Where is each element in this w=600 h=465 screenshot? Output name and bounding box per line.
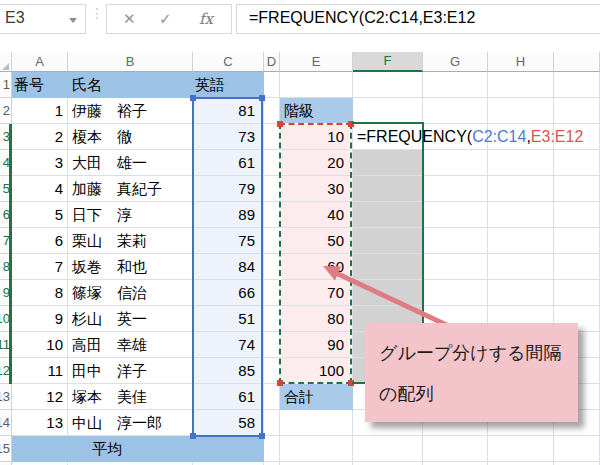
cell-E6[interactable]: 40 (280, 202, 353, 228)
cell-D3[interactable] (264, 124, 280, 150)
cancel-icon[interactable]: ✕ (123, 10, 136, 28)
cell-A7[interactable]: 6 (12, 228, 68, 254)
cell-A4[interactable]: 3 (12, 150, 68, 176)
cell-C11[interactable]: 74 (193, 332, 264, 358)
cell-A1[interactable]: 番号 (12, 72, 68, 98)
cell-D6[interactable] (264, 202, 280, 228)
cell-A6[interactable]: 5 (12, 202, 68, 228)
cell-X15[interactable] (554, 436, 600, 462)
column-header-E[interactable]: E (280, 52, 353, 72)
select-all-corner[interactable] (0, 52, 12, 72)
cell-E7[interactable]: 50 (280, 228, 353, 254)
cell-H8[interactable] (488, 254, 554, 280)
cell-A12[interactable]: 11 (12, 358, 68, 384)
cell-F1[interactable] (353, 72, 423, 98)
cell-E4[interactable]: 20 (280, 150, 353, 176)
column-header-extra[interactable] (554, 52, 600, 72)
cell-C2[interactable]: 81 (193, 98, 264, 124)
cell-F7[interactable] (353, 228, 423, 254)
cell-F4[interactable] (353, 150, 423, 176)
cell-C13[interactable]: 61 (193, 384, 264, 410)
cell-X5[interactable] (554, 176, 600, 202)
cell-X6[interactable] (554, 202, 600, 228)
column-header-A[interactable]: A (12, 52, 68, 72)
row-header-13[interactable]: 13 (0, 384, 12, 410)
cell-E5[interactable]: 30 (280, 176, 353, 202)
cell-C3[interactable]: 73 (193, 124, 264, 150)
cell-F5[interactable] (353, 176, 423, 202)
column-header-D[interactable]: D (264, 52, 280, 72)
cell-C7[interactable]: 75 (193, 228, 264, 254)
cell-H6[interactable] (488, 202, 554, 228)
cell-E10[interactable]: 80 (280, 306, 353, 332)
cell-C15[interactable] (193, 436, 264, 462)
cell-H4[interactable] (488, 150, 554, 176)
cell-B14[interactable]: 中山 淳一郎 (68, 410, 193, 436)
cell-G9[interactable] (423, 280, 488, 306)
cell-E3[interactable]: 10 (280, 124, 353, 150)
row-header-14[interactable]: 14 (0, 410, 12, 436)
cell-E1[interactable] (280, 72, 353, 98)
column-header-C[interactable]: C (193, 52, 264, 72)
row-header-2[interactable]: 2 (0, 98, 12, 124)
cell-E14[interactable] (280, 410, 353, 436)
cell-B6[interactable]: 日下 淳 (68, 202, 193, 228)
cell-A2[interactable]: 1 (12, 98, 68, 124)
formula-input[interactable]: =FREQUENCY(C2:C14,E3:E12 (236, 4, 600, 34)
cell-A8[interactable]: 7 (12, 254, 68, 280)
cell-G5[interactable] (423, 176, 488, 202)
cell-F6[interactable] (353, 202, 423, 228)
cell-D5[interactable] (264, 176, 280, 202)
name-box[interactable]: E3 (0, 4, 86, 34)
insert-function-icon[interactable]: fx (199, 10, 213, 28)
cell-D11[interactable] (264, 332, 280, 358)
column-header-G[interactable]: G (423, 52, 488, 72)
name-box-dropdown-icon[interactable] (69, 18, 77, 23)
row-header-15[interactable]: 15 (0, 436, 12, 462)
cell-C1[interactable]: 英語 (193, 72, 264, 98)
cell-G6[interactable] (423, 202, 488, 228)
cell-D14[interactable] (264, 410, 280, 436)
cell-A11[interactable]: 10 (12, 332, 68, 358)
cell-B10[interactable]: 杉山 英一 (68, 306, 193, 332)
cell-A15[interactable] (12, 436, 68, 462)
cell-E13[interactable]: 合計 (280, 384, 353, 410)
cell-A10[interactable]: 9 (12, 306, 68, 332)
cell-E12[interactable]: 100 (280, 358, 353, 384)
cell-E9[interactable]: 70 (280, 280, 353, 306)
cell-G7[interactable] (423, 228, 488, 254)
column-header-F[interactable]: F (353, 52, 423, 72)
cell-B15[interactable]: 平均 (68, 436, 193, 462)
cell-X2[interactable] (554, 98, 600, 124)
cell-C4[interactable]: 61 (193, 150, 264, 176)
cell-H2[interactable] (488, 98, 554, 124)
cell-B11[interactable]: 高田 幸雄 (68, 332, 193, 358)
cell-B5[interactable]: 加藤 真紀子 (68, 176, 193, 202)
cell-E15[interactable] (280, 436, 353, 462)
cell-B1[interactable]: 氏名 (68, 72, 193, 98)
cell-H9[interactable] (488, 280, 554, 306)
cell-B12[interactable]: 田中 洋子 (68, 358, 193, 384)
cell-A5[interactable]: 4 (12, 176, 68, 202)
cell-X7[interactable] (554, 228, 600, 254)
cell-A3[interactable]: 2 (12, 124, 68, 150)
cell-X9[interactable] (554, 280, 600, 306)
cell-X1[interactable] (554, 72, 600, 98)
cell-D12[interactable] (264, 358, 280, 384)
cell-D13[interactable] (264, 384, 280, 410)
cell-A13[interactable]: 12 (12, 384, 68, 410)
cell-H1[interactable] (488, 72, 554, 98)
cell-C10[interactable]: 51 (193, 306, 264, 332)
cell-A9[interactable]: 8 (12, 280, 68, 306)
cell-E8[interactable]: 60 (280, 254, 353, 280)
cell-F2[interactable] (353, 98, 423, 124)
cell-X4[interactable] (554, 150, 600, 176)
cell-B13[interactable]: 塚本 美佳 (68, 384, 193, 410)
cell-C5[interactable]: 79 (193, 176, 264, 202)
cell-D8[interactable] (264, 254, 280, 280)
cell-D15[interactable] (264, 436, 280, 462)
cell-D7[interactable] (264, 228, 280, 254)
cell-H15[interactable] (488, 436, 554, 462)
cell-G15[interactable] (423, 436, 488, 462)
cell-D2[interactable] (264, 98, 280, 124)
